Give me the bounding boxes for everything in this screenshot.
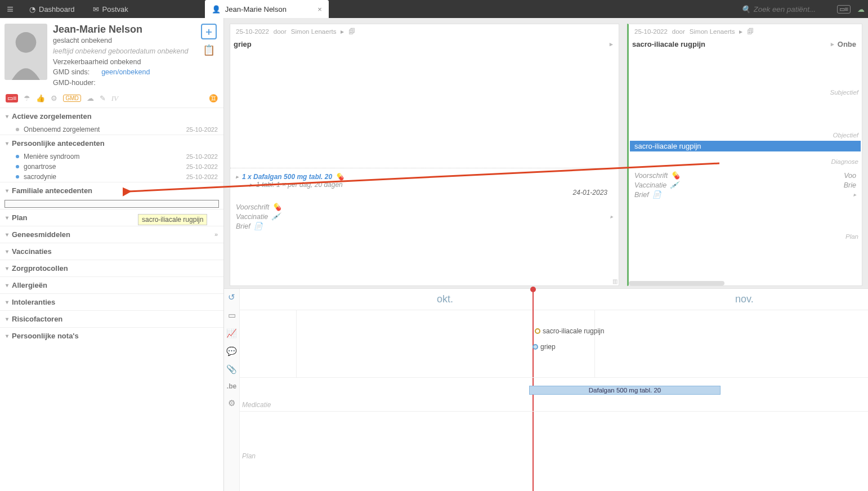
chart-icon[interactable]: 📈 (226, 328, 237, 338)
diagnosis-selected[interactable]: sacro-iliacale rugpijn (630, 141, 861, 151)
pills-icon: 💊 (335, 173, 344, 181)
cloud-upload-icon[interactable]: ☁ (87, 94, 94, 102)
drop-target[interactable] (5, 200, 219, 208)
section-notas: ▾ Persoonlijke nota's (0, 327, 223, 344)
gmd-since-value[interactable]: geen/onbekend (101, 68, 150, 76)
item-label: sacrodynie (24, 173, 56, 181)
nav-dashboard[interactable]: ◔ Dashboard (20, 5, 84, 14)
section-geneesmiddelen: ▾ Geneesmiddelen » (0, 226, 223, 243)
medication-block[interactable]: ▸ 1 x Dafalgan 500 mg tabl. 20 💊 ▸ 1 tab… (230, 171, 619, 199)
section-header-geneesmiddelen[interactable]: ▾ Geneesmiddelen » (0, 226, 223, 243)
contacts-row: 25-10-2022 door Simon Lenaerts ▸ 🗐 griep… (224, 18, 868, 288)
section-header-risicofactoren[interactable]: ▾ Risicofactoren (0, 311, 223, 327)
section-vaccinaties: ▾ Vaccinaties (0, 243, 223, 260)
book-icon[interactable]: ▭ (228, 310, 236, 320)
timeline-event-sacro[interactable]: sacro-iliacale rugpijn (535, 327, 604, 335)
umbrella-icon[interactable]: ☂ (24, 94, 30, 102)
list-item[interactable]: gonartrose 25-10-2022 (0, 162, 223, 172)
gmd-badge[interactable]: GMD (63, 95, 80, 102)
list-item[interactable]: Onbenoemd zorgelement 25-10-2022 (0, 124, 223, 135)
chevron-right-icon[interactable]: ▸ (853, 191, 856, 198)
vaccinatie-row[interactable]: Vaccinatie 💉 ▸ (236, 212, 613, 221)
id-badge-icon[interactable]: ▭≡ (6, 94, 18, 102)
timeline-event-griep[interactable]: griep (533, 343, 556, 351)
chevron-right-icon[interactable]: ▸ (610, 213, 613, 220)
chat-icon[interactable]: 💬 (226, 346, 237, 356)
pills-icon: 💊 (272, 203, 281, 211)
chevron-down-icon: ▾ (6, 231, 8, 238)
contact-card-griep[interactable]: 25-10-2022 door Simon Lenaerts ▸ 🗐 griep… (230, 24, 619, 286)
chevron-down-icon: ▾ (6, 188, 8, 194)
section-header-intoleranties[interactable]: ▾ Intoleranties (0, 294, 223, 310)
section-title: Intoleranties (12, 298, 55, 306)
section-header-zorgprotocollen[interactable]: ▾ Zorgprotocollen (0, 260, 223, 276)
contact-title: griep ▸ (230, 38, 619, 53)
chevron-right-icon[interactable]: ▸ (831, 41, 834, 48)
brief-row[interactable]: Brief 📄 ▸ (634, 190, 856, 199)
bullet-icon (16, 175, 19, 178)
chevron-right-icon[interactable]: ▸ (341, 28, 344, 35)
chevron-right-icon[interactable]: ▸ (739, 28, 742, 35)
thumbs-up-icon[interactable]: 👍 (36, 94, 45, 102)
puzzle-icon[interactable]: ⚙ (51, 94, 57, 102)
close-icon[interactable]: × (317, 5, 322, 14)
brief-label: Brief (236, 222, 250, 230)
list-item[interactable]: Menière syndroom 25-10-2022 (0, 151, 223, 162)
menu-icon[interactable]: ≡ (0, 3, 20, 16)
brief-row[interactable]: Brief 📄 (236, 221, 613, 231)
chevron-right-icon[interactable]: ▸ (610, 41, 613, 48)
section-title: Plan (12, 213, 27, 222)
bullet-icon (16, 155, 19, 158)
row-label: Medicatie (242, 401, 271, 409)
be-icon[interactable]: .be (227, 382, 236, 390)
stack-icon[interactable]: 🗐 (747, 28, 754, 35)
pencil-icon[interactable]: ✎ (100, 94, 106, 102)
resize-handle-icon[interactable]: ▥ (612, 278, 618, 284)
contact-card-sacro[interactable]: 25-10-2022 door Simon Lenaerts ▸ 🗐 sacro… (627, 24, 862, 286)
cloud-icon[interactable]: ☁ (857, 5, 865, 14)
med-end-date: 24-01-2023 (236, 189, 613, 197)
inbox-icon: ✉ (93, 5, 99, 14)
chevron-down-icon: ▾ (6, 299, 8, 305)
attachment-icon[interactable]: 📎 (226, 364, 237, 374)
voorschrift-row[interactable]: Voorschrift 💊 (236, 202, 613, 212)
id-card-icon[interactable]: ▭≡ (837, 5, 851, 14)
item-date: 25-10-2022 (186, 153, 218, 160)
content-area: 25-10-2022 door Simon Lenaerts ▸ 🗐 griep… (224, 18, 868, 491)
med-bar[interactable]: Dafalgan 500 mg tabl. 20 (529, 386, 721, 395)
patient-tab[interactable]: 👤 Jean-Marie Nelson × (205, 0, 329, 18)
horizontal-scrollbar[interactable] (629, 281, 724, 285)
list-item[interactable]: sacrodynie 25-10-2022 (0, 172, 223, 182)
contact-date: 25-10-2022 (236, 28, 269, 35)
search-icon: 🔍 (741, 5, 750, 14)
chevron-right-icon: ▸ (236, 174, 239, 180)
iv-label[interactable]: IV (111, 94, 118, 103)
settings-icon[interactable]: ⚙ (228, 398, 235, 408)
history-icon[interactable]: ↺ (228, 292, 235, 302)
patient-search[interactable]: 🔍 (741, 5, 827, 14)
topbar: ≡ ◔ Dashboard ✉ Postvak 👤 Jean-Marie Nel… (0, 0, 868, 18)
section-header-allergieen[interactable]: ▾ Allergieën (0, 277, 223, 293)
add-button[interactable]: ＋ (201, 24, 217, 39)
dna-icon[interactable]: ♊ (209, 94, 218, 102)
section-header-actieve[interactable]: ▾ Actieve zorgelementen (0, 108, 223, 124)
section-header-familiale[interactable]: ▾ Familiale antecedenten (0, 182, 223, 199)
section-header-vaccinaties[interactable]: ▾ Vaccinaties (0, 243, 223, 260)
clipboard-icon[interactable]: 📋 (201, 44, 217, 56)
timeline-tools: ↺ ▭ 📈 💬 📎 .be ⚙ (224, 289, 240, 491)
section-header-persoonlijke[interactable]: ▾ Persoonlijke antecedenten (0, 135, 223, 151)
vaccinatie-row[interactable]: Vaccinatie 💉 Brie (634, 180, 856, 190)
chevron-down-icon: ▾ (6, 333, 8, 339)
nav-postvak[interactable]: ✉ Postvak (84, 5, 137, 14)
more-icon[interactable]: » (214, 231, 218, 238)
item-label: Onbenoemd zorgelement (24, 126, 100, 133)
stack-icon[interactable]: 🗐 (348, 28, 355, 35)
section-header-notas[interactable]: ▾ Persoonlijke nota's (0, 328, 223, 344)
item-label: gonartrose (24, 163, 56, 171)
voorschrift-row[interactable]: Voorschrift 💊 Voo (634, 171, 856, 180)
vaccinatie-label: Vaccinatie (634, 181, 666, 189)
search-input[interactable] (754, 5, 827, 14)
vaccinatie-label: Vaccinatie (236, 213, 268, 221)
timeline-panel: ↺ ▭ 📈 💬 📎 .be ⚙ okt. nov. (224, 288, 868, 491)
timeline[interactable]: okt. nov. sacro-iliacale rugpijn griep (240, 289, 868, 491)
